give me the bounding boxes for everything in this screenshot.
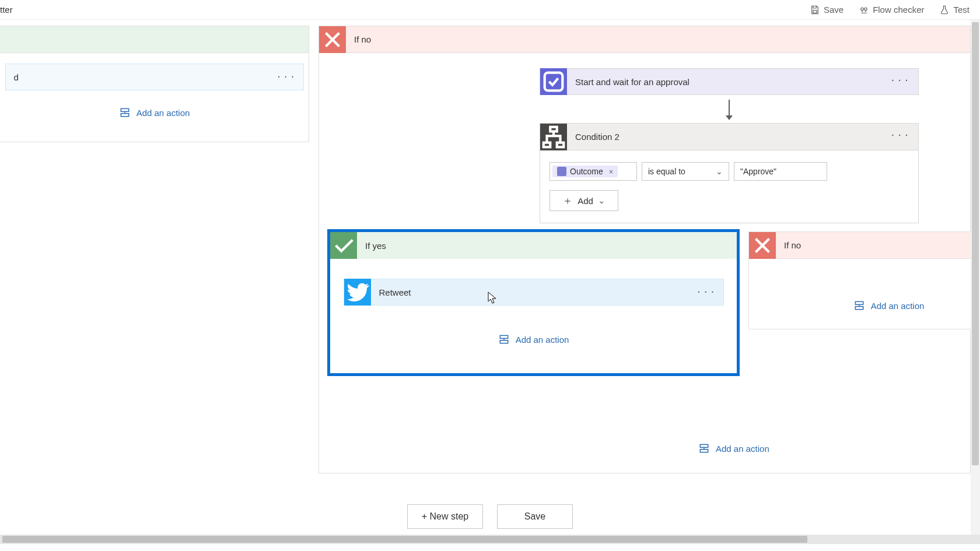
svg-rect-8 bbox=[557, 142, 564, 147]
inner-no-add-action-button[interactable]: Add an action bbox=[853, 300, 925, 311]
flow-canvas[interactable]: d · · · Add an action If no Start and wa… bbox=[0, 20, 980, 523]
svg-point-1 bbox=[861, 8, 864, 10]
left-action-card[interactable]: d · · · bbox=[5, 64, 304, 90]
inner-if-no-label: If no bbox=[776, 240, 801, 250]
svg-rect-7 bbox=[544, 142, 551, 147]
inner-if-yes-label: If yes bbox=[357, 241, 386, 251]
flow-checker-button[interactable]: Flow checker bbox=[859, 5, 924, 15]
chevron-down-icon: ⌄ bbox=[598, 195, 606, 206]
x-icon-box bbox=[749, 232, 776, 259]
condition-body: Outcome × is equal to ⌄ ＋ Add ⌄ bbox=[540, 150, 918, 223]
outer-add-action-label: Add an action bbox=[716, 444, 769, 454]
svg-rect-6 bbox=[550, 127, 557, 131]
approval-action-card[interactable]: Start and wait for an approval · · · bbox=[540, 68, 919, 95]
inner-if-yes-header[interactable]: If yes bbox=[330, 232, 737, 259]
test-button[interactable]: Test bbox=[939, 5, 970, 15]
retweet-label: Retweet bbox=[371, 287, 411, 297]
outer-if-no-header[interactable]: If no bbox=[319, 26, 970, 53]
top-tools: Save Flow checker Test bbox=[810, 5, 970, 15]
flow-checker-icon bbox=[859, 5, 869, 15]
inner-no-add-action-label: Add an action bbox=[871, 301, 925, 311]
svg-rect-11 bbox=[855, 301, 863, 304]
token-name: Outcome bbox=[570, 167, 603, 176]
inner-if-no-header[interactable]: If no bbox=[749, 232, 980, 259]
beaker-icon bbox=[939, 5, 950, 15]
insert-step-icon bbox=[698, 443, 710, 454]
condition-value-input[interactable] bbox=[734, 162, 827, 181]
svg-rect-5 bbox=[545, 73, 563, 91]
condition-icon-box bbox=[540, 124, 567, 150]
save-button-top[interactable]: Save bbox=[810, 5, 844, 15]
retweet-action-card[interactable]: Retweet · · · bbox=[344, 279, 724, 306]
approval-icon-box bbox=[540, 68, 567, 95]
svg-rect-0 bbox=[813, 10, 817, 13]
check-icon bbox=[330, 232, 357, 259]
condition-operator-dropdown[interactable]: is equal to ⌄ bbox=[642, 162, 729, 181]
outer-if-yes-branch-cropped: d · · · Add an action bbox=[0, 26, 309, 142]
svg-rect-9 bbox=[500, 335, 508, 338]
save-button-bottom[interactable]: Save bbox=[497, 504, 573, 529]
outer-if-no-label: If no bbox=[346, 34, 371, 44]
left-action-more-icon[interactable]: · · · bbox=[278, 72, 295, 82]
insert-step-icon bbox=[119, 107, 131, 118]
inner-if-no-branch[interactable]: If no Add an action bbox=[748, 231, 980, 329]
outer-add-action-button[interactable]: Add an action bbox=[698, 443, 769, 454]
condition-add-button[interactable]: ＋ Add ⌄ bbox=[550, 190, 618, 211]
save-icon bbox=[810, 5, 820, 15]
save-label: Save bbox=[824, 5, 844, 15]
left-action-label-fragment: d bbox=[6, 72, 19, 82]
insert-step-icon bbox=[853, 300, 865, 311]
condition-more-icon[interactable]: · · · bbox=[892, 131, 909, 140]
condition-label: Condition 2 bbox=[567, 132, 620, 142]
inner-if-yes-branch-selected[interactable]: If yes Retweet · · · Add an action bbox=[327, 229, 740, 376]
new-step-button[interactable]: + New step bbox=[407, 504, 483, 529]
condition-left-operand[interactable]: Outcome × bbox=[550, 162, 637, 181]
svg-rect-13 bbox=[700, 444, 708, 447]
x-icon bbox=[319, 26, 346, 53]
flow-checker-label: Flow checker bbox=[873, 5, 924, 15]
plus-icon: ＋ bbox=[562, 194, 573, 208]
condition-card[interactable]: Condition 2 · · · Outcome × i bbox=[540, 123, 919, 223]
outer-if-yes-header[interactable] bbox=[0, 26, 309, 53]
twitter-icon bbox=[344, 279, 371, 306]
connector-arrow-icon bbox=[729, 100, 730, 120]
svg-rect-12 bbox=[855, 307, 863, 310]
condition-row: Outcome × is equal to ⌄ bbox=[550, 162, 909, 181]
outcome-token-chip[interactable]: Outcome × bbox=[552, 166, 618, 177]
vertical-scrollbar[interactable] bbox=[971, 20, 980, 535]
x-icon bbox=[749, 232, 776, 259]
condition-header[interactable]: Condition 2 · · · bbox=[540, 124, 918, 150]
svg-rect-3 bbox=[121, 108, 128, 111]
check-icon-box bbox=[330, 232, 357, 259]
chevron-down-icon: ⌄ bbox=[716, 167, 723, 176]
svg-rect-4 bbox=[121, 114, 128, 117]
svg-rect-10 bbox=[500, 341, 508, 343]
svg-rect-14 bbox=[700, 450, 708, 452]
vertical-scroll-thumb[interactable] bbox=[972, 22, 979, 465]
outer-if-no-branch: If no Start and wait for an approval · ·… bbox=[318, 26, 971, 473]
left-add-action-label: Add an action bbox=[136, 108, 190, 118]
left-add-action-button[interactable]: Add an action bbox=[119, 107, 190, 118]
horizontal-scrollbar[interactable] bbox=[0, 535, 980, 544]
insert-step-icon bbox=[498, 334, 510, 345]
approval-label: Start and wait for an approval bbox=[567, 77, 690, 87]
operator-label: is equal to bbox=[648, 167, 685, 176]
token-source-icon bbox=[557, 167, 566, 176]
inner-yes-add-action-button[interactable]: Add an action bbox=[498, 334, 569, 345]
approval-icon bbox=[540, 68, 567, 95]
horizontal-scroll-thumb[interactable] bbox=[2, 536, 807, 543]
page-title-fragment: tter bbox=[0, 5, 13, 15]
retweet-more-icon[interactable]: · · · bbox=[698, 287, 715, 297]
twitter-icon-box bbox=[344, 279, 371, 306]
test-label: Test bbox=[953, 5, 970, 15]
x-icon-box bbox=[319, 26, 346, 53]
top-bar: tter Save Flow checker Test bbox=[0, 0, 980, 20]
bottom-bar: + New step Save bbox=[0, 504, 980, 529]
svg-point-2 bbox=[864, 8, 867, 10]
approval-more-icon[interactable]: · · · bbox=[892, 76, 909, 85]
condition-add-label: Add bbox=[578, 196, 593, 206]
token-remove-icon[interactable]: × bbox=[609, 167, 614, 176]
inner-yes-add-action-label: Add an action bbox=[516, 335, 569, 345]
branch-icon bbox=[540, 124, 567, 150]
